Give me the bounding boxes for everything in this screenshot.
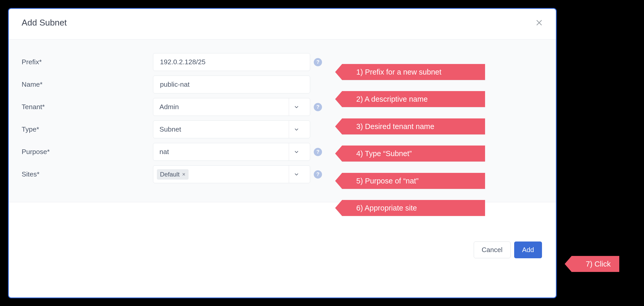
type-select[interactable]: Subnet	[153, 120, 310, 138]
annotation-6: 6) Appropriate site	[342, 200, 485, 216]
help-icon[interactable]: ?	[314, 103, 322, 111]
annotation-2: 2) A descriptive name	[342, 91, 485, 107]
sites-select-toggle[interactable]	[289, 166, 304, 183]
label-prefix: Prefix*	[22, 58, 153, 66]
tenant-select-toggle[interactable]	[289, 98, 304, 116]
chevron-down-icon	[294, 104, 299, 110]
annotation-4: 4) Type “Subnet”	[342, 146, 485, 162]
label-tenant: Tenant*	[22, 103, 153, 111]
help-icon[interactable]: ?	[314, 58, 322, 66]
name-input-field[interactable]	[159, 80, 304, 89]
cancel-button[interactable]: Cancel	[474, 241, 511, 258]
annotation-1: 1) Prefix for a new subnet	[342, 64, 485, 80]
help-icon[interactable]: ?	[314, 148, 322, 156]
type-select-toggle[interactable]	[289, 121, 304, 138]
tenant-select[interactable]: Admin	[153, 98, 310, 116]
purpose-select-toggle[interactable]	[289, 143, 304, 160]
annotation-3: 3) Desired tenant name	[342, 118, 485, 134]
cancel-button-label: Cancel	[482, 246, 503, 254]
help-icon[interactable]: ?	[314, 170, 322, 179]
close-button[interactable]	[535, 19, 543, 27]
label-purpose: Purpose*	[22, 148, 153, 156]
purpose-select-value: nat	[159, 148, 169, 156]
sites-chip-label: Default	[160, 171, 180, 178]
tenant-select-value: Admin	[159, 103, 179, 111]
modal-title: Add Subnet	[22, 18, 67, 28]
chevron-down-icon	[294, 127, 299, 132]
chevron-down-icon	[294, 172, 299, 177]
add-button-label: Add	[522, 246, 534, 254]
sites-multiselect[interactable]: Default ×	[153, 165, 310, 183]
modal-header: Add Subnet	[9, 9, 556, 39]
chip-remove-icon[interactable]: ×	[182, 172, 185, 177]
label-name: Name*	[22, 80, 153, 88]
annotation-5: 5) Purpose of “nat”	[342, 173, 485, 189]
prefix-input[interactable]	[153, 53, 310, 71]
chevron-down-icon	[294, 149, 299, 155]
prefix-input-field[interactable]	[159, 58, 304, 66]
modal-footer: Cancel Add	[9, 202, 556, 297]
label-sites: Sites*	[22, 170, 153, 178]
purpose-select[interactable]: nat	[153, 143, 310, 161]
type-select-value: Subnet	[159, 125, 181, 133]
annotation-7: 7) Click	[572, 256, 619, 272]
sites-chip-default[interactable]: Default ×	[157, 169, 189, 180]
label-type: Type*	[22, 125, 153, 133]
add-button[interactable]: Add	[514, 241, 542, 258]
close-icon	[535, 19, 543, 27]
name-input[interactable]	[153, 76, 310, 93]
